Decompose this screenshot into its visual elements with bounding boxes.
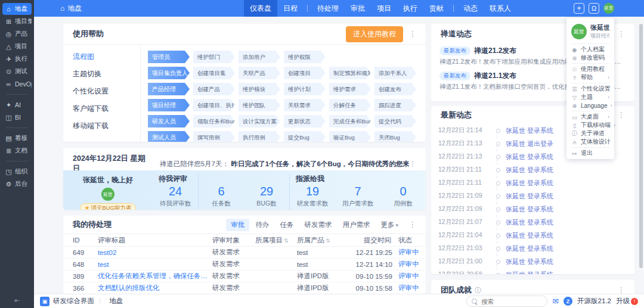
step-chip[interactable]: 提交代码 — [374, 115, 416, 127]
todo-tab[interactable]: 任务 — [275, 219, 298, 231]
kebab-menu-icon[interactable]: ⋮ — [409, 30, 416, 38]
step-chip[interactable]: 创建发布 — [374, 83, 416, 95]
step-chip[interactable]: 关闭Bug — [374, 131, 416, 142]
menu-item[interactable]: ⊛ 修改密码 — [566, 54, 614, 62]
step-chip[interactable]: 维护部门 — [193, 51, 235, 63]
step-chip[interactable]: 完成任务和Bug — [329, 115, 371, 127]
app-switcher-icon[interactable]: ▣ — [40, 297, 49, 306]
menu-item[interactable]: ☰ 个性化设置 — [566, 85, 614, 93]
sidebar-collapse-icon[interactable]: ⇤ — [0, 297, 34, 304]
zentao-logo-icon[interactable]: Z — [564, 297, 572, 306]
row-title-link[interactable]: 优化任务依赖关系管理，确保任务执行顺序正确无误。 — [98, 272, 212, 281]
table-row[interactable]: 389 优化任务依赖关系管理，确保任务执行顺序正确无误。 研发需求 禅道IPD版… — [63, 270, 426, 282]
create-button[interactable]: + — [574, 3, 584, 14]
todo-tab[interactable]: 用户需求 — [338, 219, 374, 231]
timeline-text[interactable]: 张延世 登录系统 — [506, 205, 553, 214]
step-chip[interactable]: 创建项目集 — [193, 67, 235, 79]
table-row[interactable]: 366 文档默认的排版优化 研发需求 禅道IPD版 09-10 15:58 评审… — [63, 282, 426, 294]
column-header[interactable]: 所属产品⇅ — [297, 236, 347, 245]
search-box[interactable] — [466, 295, 547, 307]
stat-value[interactable]: 0 — [380, 184, 426, 198]
sidebar-item[interactable]: ⊙ 测试 — [2, 66, 32, 77]
menu-item[interactable]: ⓘ 关于禅道 — [566, 129, 614, 138]
sidebar-item[interactable]: ∞ DevOps — [2, 78, 32, 90]
sidebar-item[interactable]: ◳ 组织 — [2, 166, 32, 178]
column-header[interactable]: 状态 — [392, 236, 426, 245]
sidebar-item[interactable]: ▤ 看板 — [2, 132, 32, 144]
stat-value[interactable]: 19 — [290, 184, 335, 198]
menu-item[interactable]: ▯ 下载移动端 › — [566, 121, 614, 129]
sidebar-item[interactable]: ⚙ 后台 — [2, 178, 32, 190]
kebab-menu-icon[interactable]: ⋮ — [409, 220, 416, 229]
step-chip[interactable]: 关联产品 — [239, 67, 280, 79]
row-title-link[interactable]: test — [98, 261, 212, 268]
todo-tab[interactable]: 待办 — [250, 219, 274, 231]
user-avatar[interactable]: 延世 — [603, 3, 614, 14]
column-header[interactable]: 提交时间 — [347, 236, 392, 245]
info-icon[interactable]: ⓘ — [475, 286, 481, 294]
stat-value[interactable]: 24 — [153, 184, 198, 198]
todo-tab-more[interactable]: 更多▾ — [376, 219, 403, 231]
app-name[interactable]: 研发综合界面 — [53, 297, 94, 306]
step-chip[interactable]: 创建产品 — [193, 83, 235, 95]
nav-item[interactable]: 动态 — [457, 0, 484, 17]
sidebar-item[interactable]: ◫ BI — [2, 111, 32, 123]
timeline-text[interactable]: 张延世 登录系统 — [506, 244, 553, 253]
timeline-text[interactable]: 张延世 登录系统 — [506, 166, 553, 175]
step-chip[interactable]: 维护计划 — [284, 83, 326, 95]
step-chip[interactable]: 执行用例 — [239, 131, 280, 142]
notifications-bell-icon[interactable]: Ω — [589, 3, 599, 14]
sidebar-item[interactable]: ⊞ 项目集 — [2, 15, 32, 27]
sort-icon[interactable]: ⇅ — [326, 238, 330, 244]
upgrade-link[interactable]: 升级! — [616, 297, 638, 306]
search-input[interactable] — [480, 297, 530, 306]
step-chip[interactable]: 提交Bug — [284, 131, 326, 142]
table-row[interactable]: 648 test 研发需求 test 12-21 14:10 评审中 — [63, 259, 426, 270]
step-chip[interactable]: 设计实现方案 — [239, 115, 280, 127]
nav-item[interactable]: 执行 — [397, 0, 423, 17]
sidebar-item[interactable]: ✦ AI — [2, 99, 32, 111]
step-chip[interactable]: 创建项目、执行 — [193, 99, 235, 111]
sidebar-item[interactable]: ✈ 执行 — [2, 53, 32, 65]
column-header[interactable]: 评审对象 — [212, 236, 255, 245]
column-header[interactable]: 所属项目⇅ — [255, 236, 297, 245]
step-chip[interactable]: 维护权限 — [284, 51, 326, 63]
column-header[interactable]: ID — [63, 237, 98, 244]
todo-tab[interactable]: 审批 — [226, 219, 249, 231]
stat-value[interactable]: 29 — [244, 184, 289, 198]
help-link[interactable]: 客户端下载 — [73, 104, 140, 114]
menu-item[interactable]: ⊕ Language › — [566, 101, 614, 110]
menu-item[interactable]: A 艾体验设计 — [566, 138, 614, 146]
nav-item[interactable]: 待处理 — [311, 0, 345, 17]
timeline-text[interactable]: 张延世 登录系统 — [506, 218, 553, 227]
help-link[interactable]: 主题切换 — [73, 69, 140, 79]
timeline-text[interactable]: 张延世 登录系统 — [506, 257, 553, 266]
menu-item[interactable]: ☉ 使用教程 — [566, 65, 614, 73]
timeline-text[interactable]: 张延世 登录系统 — [506, 153, 553, 161]
step-chip[interactable]: 更新状态 — [284, 115, 326, 127]
sidebar-item[interactable]: ⌂ 地盘 — [2, 3, 32, 15]
menu-item[interactable]: ? 帮助 › — [566, 73, 614, 82]
sidebar-item[interactable]: ◎ 产品 — [2, 28, 32, 40]
table-row[interactable]: 649 test02 研发需求 test 12-21 19:25 评审中 — [63, 247, 426, 259]
help-link[interactable]: 移动端下载 — [73, 121, 140, 131]
step-chip[interactable]: 分解任务 — [329, 99, 371, 111]
step-chip[interactable]: 维护团队 — [239, 99, 280, 111]
sort-icon[interactable]: ⇅ — [284, 238, 289, 244]
feedback-icon[interactable]: ✉ — [552, 297, 559, 306]
window-scrollbar-thumb[interactable] — [639, 24, 643, 268]
kebab-menu-icon[interactable]: ⋮ — [618, 111, 625, 119]
timeline-text[interactable]: 张延世 退出登录 — [506, 139, 553, 148]
kebab-menu-icon[interactable]: ⋮ — [618, 30, 625, 38]
stat-value[interactable]: 7 — [335, 184, 380, 198]
step-chip[interactable]: 添加用户 — [239, 51, 280, 63]
sidebar-item[interactable]: △ 项目 — [2, 41, 32, 52]
todo-tab[interactable]: 研发需求 — [299, 219, 336, 231]
timeline-text[interactable]: 张延世 登录系统 — [506, 192, 553, 201]
news-item-title[interactable]: 禅道21.2发布 — [474, 46, 516, 56]
help-link[interactable]: 个性化设置 — [73, 86, 140, 97]
nav-item[interactable]: 联系人 — [484, 0, 517, 17]
news-item-title[interactable]: 禅道21.1发布 — [474, 71, 516, 81]
column-header[interactable]: 评审标题 — [98, 236, 212, 245]
stat-value[interactable]: 6 — [199, 184, 244, 198]
